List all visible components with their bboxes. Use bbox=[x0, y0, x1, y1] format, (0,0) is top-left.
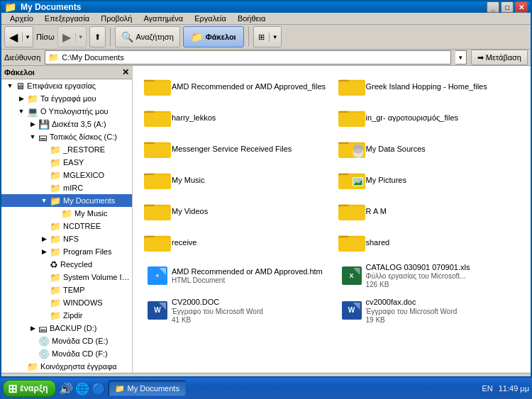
search-button[interactable]: 🔍 Αναζήτηση bbox=[115, 26, 180, 47]
file-desc: Έγγραφο του Microsoft Word bbox=[366, 308, 521, 316]
maximize-button[interactable]: □ bbox=[501, 1, 514, 13]
minimize-button[interactable]: _ bbox=[487, 1, 499, 13]
taskbar-window-label: My Documents bbox=[128, 384, 179, 393]
sidebar-item-program-files[interactable]: ▶ 📁 Program Files bbox=[1, 245, 132, 258]
sidebar-item-backup-d[interactable]: ▶ 🖴 BACKUP (D:) bbox=[1, 322, 132, 335]
forward-button[interactable]: ▶ ▼ bbox=[57, 26, 87, 47]
file-item-amd-approved-files[interactable]: AMD Recommended or AMD Approved_files bbox=[138, 72, 331, 101]
sidebar-item-system-volume[interactable]: ▶ 📁 System Volume Inforr bbox=[1, 271, 132, 283]
file-name: Messenger Service Received Files bbox=[172, 144, 326, 154]
file-item-ram[interactable]: R A M bbox=[333, 196, 526, 226]
sidebar-item-temp[interactable]: ▶ 📁 TEMP bbox=[1, 283, 132, 296]
back-arrow-icon: ◀ bbox=[5, 29, 22, 45]
sidebar-item-my-documents[interactable]: ▶ 📁 Τα έγγραφά μου bbox=[1, 92, 132, 105]
file-item-catalog-xls[interactable]: X CATALOG 030901 070901.xls Φύλλο εργασί… bbox=[333, 259, 526, 292]
sidebar-item-restore[interactable]: ▶ 📁 _RESTORE bbox=[1, 143, 132, 156]
sidebar-item-easy[interactable]: ▶ 📁 EASY bbox=[1, 156, 132, 169]
file-info: My Videos bbox=[172, 206, 326, 216]
sidebar-item-cd-f[interactable]: ▶ 💿 Μονάδα CD (F:) bbox=[1, 347, 132, 360]
file-item-greek-island[interactable]: Greek Island Hopping - Home_files bbox=[333, 72, 526, 101]
folder-icon bbox=[338, 75, 366, 98]
back-button[interactable]: ◀ ▼ bbox=[4, 26, 33, 47]
sidebar-item-label: Recycled bbox=[60, 260, 92, 269]
folder-icon: 📁 bbox=[50, 234, 61, 245]
taskbar-right: EN 11:49 μμ bbox=[482, 384, 529, 393]
sidebar-item-cd-e[interactable]: ▶ 💿 Μονάδα CD (Ε:) bbox=[1, 335, 132, 347]
sidebar-item-desktop[interactable]: ▼ 🖥 Επιφάνεια εργασίας bbox=[1, 79, 132, 92]
sidebar-item-ncdtree[interactable]: ▶ 📁 NCDTREE bbox=[1, 220, 132, 232]
sidebar-item-windows[interactable]: ▶ 📁 WINDOWS bbox=[1, 296, 132, 309]
cd-icon: 💿 bbox=[38, 349, 50, 359]
expander-icon: ▶ bbox=[16, 361, 27, 372]
close-button[interactable]: ✕ bbox=[515, 1, 528, 13]
sidebar-item-my-computer[interactable]: ▼ 💻 Ο Υπολογιστής μου bbox=[1, 105, 132, 118]
svg-rect-56 bbox=[338, 237, 365, 251]
taskbar-icon-3[interactable]: 🔵 bbox=[92, 382, 106, 395]
floppy-icon: 💾 bbox=[38, 119, 50, 130]
menu-edit[interactable]: Επεξεργασία bbox=[39, 13, 95, 24]
menu-view[interactable]: Προβολή bbox=[95, 13, 138, 24]
windows-logo-icon: ⊞ bbox=[8, 382, 17, 395]
file-item-messenger-files[interactable]: Messenger Service Received Files bbox=[138, 134, 331, 164]
sidebar-close-button[interactable]: ✕ bbox=[122, 67, 129, 77]
sidebar-item-my-documents-selected[interactable]: ▼ 📁 My Documents bbox=[1, 194, 132, 207]
file-item-amd-htm[interactable]: e AMD Recommended or AMD Approved.htm HT… bbox=[138, 259, 331, 292]
address-dropdown[interactable]: ▼ bbox=[455, 50, 467, 64]
sidebar-item-shared-docs[interactable]: ▶ 📁 Κοινόχρηστα έγγραφα bbox=[1, 360, 132, 373]
back-dropdown-icon[interactable]: ▼ bbox=[22, 33, 33, 42]
file-item-my-videos[interactable]: My Videos bbox=[138, 196, 331, 226]
expander-icon: ▶ bbox=[38, 182, 50, 193]
sidebar-item-local-disk-c[interactable]: ▼ 🖴 Τοπικός δίσκος (C:) bbox=[1, 130, 132, 143]
menu-file[interactable]: Αρχείο bbox=[4, 13, 39, 24]
forward-dropdown-icon[interactable]: ▼ bbox=[75, 33, 86, 42]
taskbar-icon-2[interactable]: 🌐 bbox=[75, 382, 89, 395]
file-item-my-music[interactable]: My Music bbox=[138, 165, 331, 195]
menu-tools[interactable]: Εργαλεία bbox=[189, 13, 232, 24]
svg-rect-7 bbox=[338, 82, 365, 95]
file-item-cv2000-doc[interactable]: W CV2000.DOC Έγγραφο του Microsoft Word … bbox=[138, 293, 331, 327]
sidebar-item-mirc[interactable]: ▶ 📁 mIRC bbox=[1, 181, 132, 194]
file-name: AMD Recommended or AMD Approved.htm bbox=[172, 266, 326, 276]
expander-icon: ▶ bbox=[27, 335, 38, 347]
menu-favorites[interactable]: Αγαπημένα bbox=[138, 13, 189, 24]
file-item-my-pictures[interactable]: My Pictures bbox=[333, 165, 526, 195]
sidebar-item-my-music[interactable]: ▶ 📁 My Music bbox=[1, 207, 132, 220]
file-name: My Pictures bbox=[366, 175, 521, 185]
file-item-my-data-sources[interactable]: My Data Sources bbox=[333, 134, 526, 164]
expander-icon: ▶ bbox=[38, 284, 50, 296]
view-button[interactable]: ⊞ ▼ bbox=[253, 26, 282, 47]
file-item-cv2000fax-doc[interactable]: W cv2000fax.doc Έγγραφο του Microsoft Wo… bbox=[333, 293, 526, 327]
expander-icon: ▶ bbox=[38, 220, 50, 232]
sidebar-item-recycled[interactable]: ▶ ♻ Recycled bbox=[1, 258, 132, 271]
sidebar-item-mglexico[interactable]: ▶ 📁 MGLEXICO bbox=[1, 169, 132, 181]
sidebar-item-floppy[interactable]: ▶ 💾 Δισκέτα 3,5 (Α:) bbox=[1, 118, 132, 130]
sidebar-item-nfs[interactable]: ▶ 📁 NFS bbox=[1, 232, 132, 245]
start-button[interactable]: ⊞ έναρξη bbox=[3, 380, 56, 397]
sidebar-item-label: MGLEXICO bbox=[63, 171, 104, 179]
separator-2 bbox=[248, 27, 249, 47]
expander-icon: ▼ bbox=[4, 80, 16, 91]
file-name: receive bbox=[172, 237, 326, 247]
file-info: My Pictures bbox=[366, 175, 521, 185]
folder-icon: 📁 bbox=[50, 183, 61, 193]
view-dropdown-icon[interactable]: ▼ bbox=[269, 33, 281, 42]
file-info: My Data Sources bbox=[366, 144, 521, 154]
window-controls: _ □ ✕ bbox=[487, 1, 528, 13]
taskbar-icon-1[interactable]: 🔊 bbox=[59, 382, 73, 395]
menu-help[interactable]: Βοήθεια bbox=[232, 13, 271, 24]
data-sources-icon bbox=[338, 137, 366, 160]
expander-icon: ▶ bbox=[38, 271, 50, 283]
taskbar-window-button[interactable]: 📁 My Documents bbox=[109, 381, 186, 396]
up-button[interactable]: ⬆ bbox=[89, 26, 106, 47]
go-button[interactable]: ➡ Μετάβαση bbox=[471, 50, 528, 65]
harddisk-icon: 🖴 bbox=[38, 323, 48, 334]
file-item-in-gr[interactable]: in_gr- αγροτουρισμός_files bbox=[333, 103, 526, 133]
file-item-shared[interactable]: shared bbox=[333, 227, 526, 257]
file-item-receive[interactable]: receive bbox=[138, 227, 331, 257]
file-item-harry-lekkos[interactable]: harry_lekkos bbox=[138, 103, 331, 133]
folders-button[interactable]: 📁 Φάκελοι bbox=[183, 26, 244, 47]
file-info: cv2000fax.doc Έγγραφο του Microsoft Word… bbox=[366, 297, 521, 323]
address-input[interactable]: 📁 C:\My Documents bbox=[45, 50, 451, 64]
sidebar-item-label: Τα έγγραφά μου bbox=[40, 94, 96, 103]
sidebar-item-zipdir[interactable]: ▶ 📁 Zipdir bbox=[1, 309, 132, 322]
